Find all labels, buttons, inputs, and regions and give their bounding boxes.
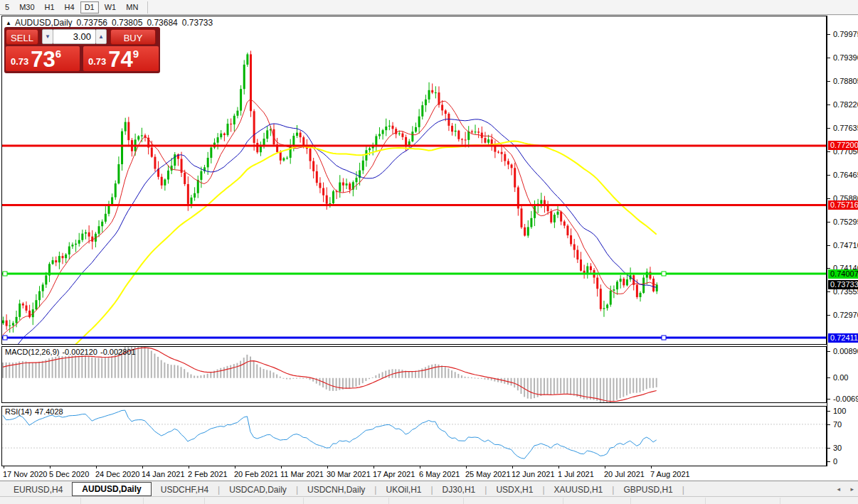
price-axis-label: 0.72970 [833, 311, 858, 319]
rsi-value: 47.4028 [35, 407, 63, 416]
time-axis-tick [512, 466, 513, 468]
status-bar [0, 496, 858, 504]
sell-button[interactable]: SELL [6, 29, 38, 45]
time-axis-label: 14 Jan 2021 [142, 470, 185, 478]
timeframe-button-mn[interactable]: MN [122, 1, 142, 14]
timeframe-button-h4[interactable]: H4 [60, 1, 79, 14]
chart-symbol-label: AUDUSD,Daily [15, 18, 73, 28]
macd-name: MACD(12,26,9) [5, 348, 59, 356]
price-axis-tick [827, 58, 830, 58]
one-click-top-row: SELL ▼ ▲ BUY [6, 28, 159, 45]
current-price-badge: 0.73733 [828, 280, 858, 289]
macd-value-main: -0.002120 [62, 348, 97, 356]
tab-usdx-h1[interactable]: USDX,H1 [487, 483, 542, 496]
rsi-name: RSI(14) [5, 407, 32, 416]
status-bar-cell-separator [463, 498, 464, 504]
timeframe-button-w1[interactable]: W1 [100, 1, 121, 14]
buy-price-pip: 9 [133, 48, 139, 60]
buy-button[interactable]: BUY [110, 29, 156, 45]
tab-ukoil-h1[interactable]: UKOil,H1 [376, 483, 430, 496]
tab-usdcnh-daily[interactable]: USDCNH,Daily [298, 483, 374, 496]
price-axis-label: 0.79390 [833, 53, 858, 62]
time-axis-tick [374, 466, 374, 468]
tab-gbpusd-h1[interactable]: GBPUSD,H1 [614, 483, 682, 496]
tab-separator: | [682, 483, 684, 496]
price-axis-tick [827, 198, 830, 199]
timeframe-button-h1[interactable]: H1 [41, 1, 59, 14]
rsi-canvas[interactable] [2, 407, 826, 466]
price-axis-tick [827, 315, 830, 316]
status-bar-cell-separator [388, 498, 389, 504]
timeframe-button-m30[interactable]: M30 [15, 1, 38, 14]
time-axis-label: 12 Jun 2021 [512, 470, 555, 478]
price-axis-label: 0.77635 [833, 124, 858, 132]
timeframe-button-5[interactable]: 5 [1, 1, 14, 14]
price-axis-label: 0.78805 [833, 77, 858, 85]
status-bar-cell-separator [705, 498, 706, 504]
tab-audusd-daily[interactable]: AUDUSD,Daily [72, 482, 151, 496]
price-axis: 0.799750.793900.788050.782200.776350.770… [827, 16, 858, 466]
tab-usdcad-daily[interactable]: USDCAD,Daily [220, 483, 296, 496]
price-axis-tick [827, 268, 830, 269]
time-axis-label: 6 May 2021 [419, 470, 460, 478]
time-axis-label: 24 Dec 2020 [95, 470, 139, 478]
price-axis-tick [827, 34, 830, 35]
time-axis-label: 30 Mar 2021 [327, 470, 371, 478]
status-bar-cell-separator [303, 498, 304, 504]
macd-axis-label: 0.00 [833, 373, 848, 382]
sell-price-tile[interactable]: 0.73 73 6 [6, 46, 80, 71]
sell-price-prefix: 0.73 [11, 56, 28, 67]
tab-eurusd-h4[interactable]: EURUSD,H4 [4, 483, 72, 496]
time-axis-label: 25 May 2021 [465, 470, 511, 478]
time-axis-tick [327, 466, 328, 468]
rsi-axis-label: 30 [833, 444, 842, 452]
tab-scroll-buttons: ◂ ▸ [828, 486, 854, 493]
sell-price-pip: 6 [55, 48, 61, 60]
time-axis-tick [605, 466, 605, 468]
chart-area: ▲ AUDUSD,Daily 0.73756 0.73805 0.73684 0… [0, 16, 858, 481]
tab-xauusd-h1[interactable]: XAUUSD,H1 [545, 483, 613, 496]
status-bar-cell-separator [80, 498, 81, 504]
chart-low-value: 0.73684 [147, 18, 177, 28]
tab-scroll-right-icon[interactable]: ▸ [850, 486, 854, 493]
one-click-collapse-icon[interactable]: ▲ [6, 20, 11, 26]
time-axis-label: 7 Aug 2021 [650, 470, 690, 478]
tab-usdchf-h4[interactable]: USDCHF,H4 [152, 483, 218, 496]
status-bar-cell-separator [780, 498, 780, 504]
volume-decrease-button[interactable]: ▼ [42, 29, 53, 44]
price-level-badge: 0.77200 [828, 141, 858, 150]
volume-input[interactable] [53, 29, 95, 44]
time-axis-tick [651, 466, 652, 468]
tab-scroll-left-icon[interactable]: ◂ [837, 486, 840, 493]
price-axis-label: 0.76465 [833, 171, 858, 179]
rsi-axis-tick [827, 448, 830, 449]
chart-tab-bar: EURUSD,H4AUDUSD,DailyUSDCHF,H4|USDCAD,Da… [0, 481, 858, 496]
status-bar-cell-separator [204, 498, 205, 504]
time-axis-tick [50, 466, 51, 468]
timeframe-buttons: 5M30H1H4D1W1MN [0, 1, 143, 14]
time-axis-label: 17 Nov 2020 [3, 470, 47, 478]
price-axis-tick [827, 128, 830, 129]
buy-price-tile[interactable]: 0.73 74 9 [83, 46, 159, 71]
price-axis-tick [827, 291, 830, 292]
time-axis: 17 Nov 20205 Dec 202024 Dec 202014 Jan 2… [0, 466, 827, 481]
price-axis-label: 0.78220 [833, 100, 858, 109]
status-bar-cell-separator [143, 498, 144, 504]
time-axis-label: 20 Feb 2021 [234, 470, 278, 478]
volume-increase-button[interactable]: ▲ [95, 29, 107, 44]
rsi-axis-label: 70 [833, 420, 842, 429]
chart-tabs: EURUSD,H4AUDUSD,DailyUSDCHF,H4|USDCAD,Da… [4, 482, 684, 496]
time-axis-tick [189, 466, 189, 468]
price-axis-label: 0.75295 [833, 218, 858, 226]
one-click-trading-panel: SELL ▼ ▲ BUY 0.73 73 6 0.73 74 9 [4, 27, 160, 73]
timeframe-toolbar: 5M30H1H4D1W1MN [0, 0, 858, 15]
sell-price-big: 73 [31, 49, 55, 70]
timeframe-button-d1[interactable]: D1 [80, 1, 99, 14]
time-axis-label: 1 Jul 2021 [558, 470, 594, 478]
chart-open-value: 0.73756 [77, 18, 107, 28]
macd-axis-label: 0.008903 [833, 347, 858, 355]
chart-close-value: 0.73733 [182, 18, 213, 28]
price-axis-label: 0.79975 [833, 30, 858, 38]
macd-axis-tick [827, 377, 830, 378]
tab-dj30-h1[interactable]: DJ30,H1 [433, 483, 485, 496]
